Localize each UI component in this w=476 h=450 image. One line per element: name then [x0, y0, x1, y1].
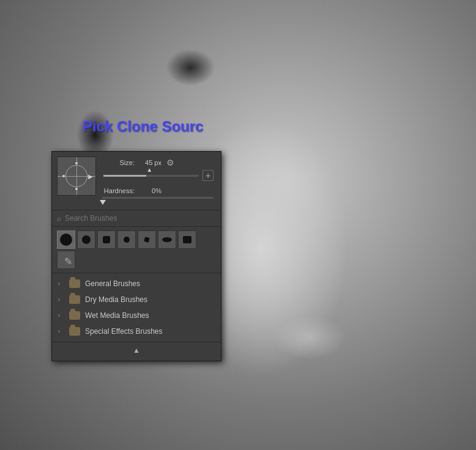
brush-dot-4 — [124, 237, 130, 243]
crosshair-dot-bottom — [75, 188, 78, 190]
folder-arrow-wet: › — [58, 312, 64, 319]
brush-controls-area: ▶ Size: 45 px ⚙ ▲ + Hardness: 0 — [52, 152, 221, 210]
folder-item-wet[interactable]: › Wet Media Brushes — [52, 308, 221, 323]
pick-clone-source-text: Pick Clone Sourc — [83, 118, 203, 135]
brush-thumb-8[interactable]: ✎ — [57, 251, 75, 269]
size-row: Size: 45 px ⚙ — [101, 158, 215, 168]
brush-picker-panel: ▶ Size: 45 px ⚙ ▲ + Hardness: 0 — [51, 151, 221, 361]
folder-label-special: Special Effects Brushes — [85, 327, 163, 336]
hardness-thumb-area — [102, 199, 214, 206]
folder-item-general[interactable]: › General Brushes — [52, 276, 221, 292]
brush-thumbnails-row: ✎ — [52, 227, 221, 273]
folder-list: › General Brushes › Dry Media Brushes › … — [52, 273, 221, 342]
folder-item-dry[interactable]: › Dry Media Brushes — [52, 292, 221, 308]
brush-dot-6 — [162, 237, 172, 242]
hardness-row: Hardness: 0% — [101, 187, 215, 194]
bottom-toolbar: ▲ — [52, 342, 221, 358]
folder-item-special[interactable]: › Special Effects Brushes — [52, 323, 221, 339]
search-input[interactable] — [65, 214, 216, 223]
hardness-slider-container — [101, 197, 215, 206]
search-icon: ⌕ — [57, 214, 61, 223]
brush-thumb-1[interactable] — [57, 231, 75, 249]
brush-sliders-area: Size: 45 px ⚙ ▲ + Hardness: 0% — [101, 157, 215, 206]
folder-arrow-special: › — [58, 328, 64, 334]
crosshair-dot-left — [62, 175, 65, 177]
brush-dot-2 — [82, 235, 91, 244]
brush-dot-1 — [60, 234, 72, 246]
hardness-label: Hardness: — [101, 187, 135, 194]
brush-thumb-2[interactable] — [77, 231, 95, 249]
crosshair-dot-top — [75, 162, 78, 164]
folder-icon-dry — [69, 295, 80, 304]
brush-thumb-6[interactable] — [158, 231, 176, 249]
brush-thumb-5[interactable] — [138, 231, 156, 249]
brush-thumb-4[interactable] — [117, 231, 136, 249]
folder-arrow-dry: › — [58, 297, 64, 303]
folder-icon-special — [69, 327, 80, 336]
brush-thumb-3[interactable] — [97, 231, 116, 249]
size-label: Size: — [101, 159, 135, 166]
brush-preview-circle: ▶ — [57, 157, 96, 196]
brush-dot-7 — [183, 236, 192, 243]
add-brush-button[interactable]: + — [203, 170, 214, 181]
size-slider-fill — [103, 175, 146, 177]
crosshair-arrow-right: ▶ — [88, 173, 93, 180]
folder-label-dry: Dry Media Brushes — [85, 295, 147, 304]
bottom-arrow-up[interactable]: ▲ — [133, 346, 140, 355]
folder-arrow-general: › — [58, 281, 64, 287]
hardness-slider-thumb — [100, 200, 106, 205]
size-slider-track[interactable]: ▲ — [103, 175, 199, 177]
folder-label-wet: Wet Media Brushes — [85, 311, 149, 320]
search-row: ⌕ — [52, 210, 221, 227]
brush-dot-5 — [144, 237, 150, 243]
hardness-value: 0% — [138, 187, 162, 194]
folder-icon-wet — [69, 311, 80, 320]
size-value: 45 px — [138, 159, 162, 166]
folder-icon-general — [69, 279, 80, 288]
gear-button[interactable]: ⚙ — [165, 158, 176, 168]
brush-dot-3 — [103, 236, 110, 243]
folder-label-general: General Brushes — [85, 279, 140, 288]
brush-thumb-7[interactable] — [178, 231, 196, 249]
